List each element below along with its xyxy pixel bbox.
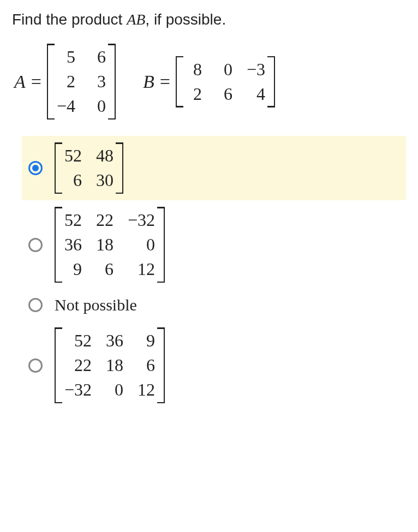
answer-option[interactable]: 5222−32361809612 <box>22 200 406 289</box>
matrix-cell: 0 <box>89 96 106 116</box>
matrix-cell: 6 <box>138 355 155 375</box>
radio-button[interactable] <box>28 358 43 373</box>
equals-sign: = <box>31 71 41 92</box>
matrix-cell: 30 <box>96 170 114 190</box>
question-text: Find the product AB, if possible. <box>12 11 406 28</box>
radio-button[interactable] <box>28 238 43 252</box>
option-matrix: 5222−32361809612 <box>55 207 165 283</box>
matrix-B-equation: B = 80−3264 <box>143 56 275 107</box>
matrix-B-label: B <box>143 71 154 92</box>
equals-sign: = <box>160 71 170 92</box>
matrix-cell: 22 <box>96 210 114 230</box>
answer-options: 52486305222−32361809612Not possible52369… <box>22 136 406 410</box>
matrix-cell: 6 <box>89 47 106 67</box>
given-matrices: A = 5623−40 B = 80−3264 <box>14 44 406 119</box>
radio-button[interactable] <box>28 298 43 312</box>
matrix-cell: 2 <box>57 71 75 92</box>
matrix-cell: 2 <box>186 84 202 104</box>
matrix-cell: 36 <box>106 331 123 351</box>
radio-button[interactable] <box>28 161 43 175</box>
matrix-cell: 6 <box>216 84 232 104</box>
matrix-cell: 8 <box>186 59 202 80</box>
matrix-cell: 6 <box>96 259 114 279</box>
matrix-cell: −4 <box>57 96 75 116</box>
answer-option[interactable]: 5248630 <box>22 136 406 200</box>
matrix-cell: −32 <box>128 210 155 230</box>
matrix-cell: 12 <box>138 380 155 400</box>
matrix-cell: 0 <box>106 380 123 400</box>
option-matrix: 5248630 <box>55 142 123 194</box>
matrix-A-label: A <box>14 71 26 92</box>
matrix-cell: 9 <box>64 259 82 279</box>
matrix-cell: −3 <box>247 59 265 80</box>
matrix-cell: 52 <box>64 210 82 230</box>
matrix-cell: 22 <box>64 355 92 375</box>
answer-option[interactable]: 5236922186−32012 <box>22 321 406 410</box>
matrix-cell: 18 <box>106 355 123 375</box>
matrix-cell: 52 <box>64 146 82 166</box>
matrix-cell: 9 <box>138 331 155 351</box>
matrix-cell: 36 <box>64 235 82 255</box>
matrix-cell: −32 <box>64 380 92 400</box>
matrix-B: 80−3264 <box>176 56 275 107</box>
matrix-A-equation: A = 5623−40 <box>14 44 116 119</box>
matrix-cell: 52 <box>64 331 92 351</box>
answer-option[interactable]: Not possible <box>22 289 406 321</box>
matrix-cell: 3 <box>89 71 106 92</box>
matrix-cell: 0 <box>128 235 155 255</box>
matrix-cell: 48 <box>96 146 114 166</box>
matrix-cell: 6 <box>64 170 82 190</box>
option-text: Not possible <box>55 296 137 314</box>
matrix-cell: 5 <box>57 47 75 67</box>
matrix-A: 5623−40 <box>47 44 116 119</box>
matrix-cell: 18 <box>96 235 114 255</box>
matrix-cell: 0 <box>216 59 232 80</box>
matrix-cell: 4 <box>247 84 265 104</box>
matrix-cell: 12 <box>128 259 155 279</box>
option-matrix: 5236922186−32012 <box>55 327 165 403</box>
